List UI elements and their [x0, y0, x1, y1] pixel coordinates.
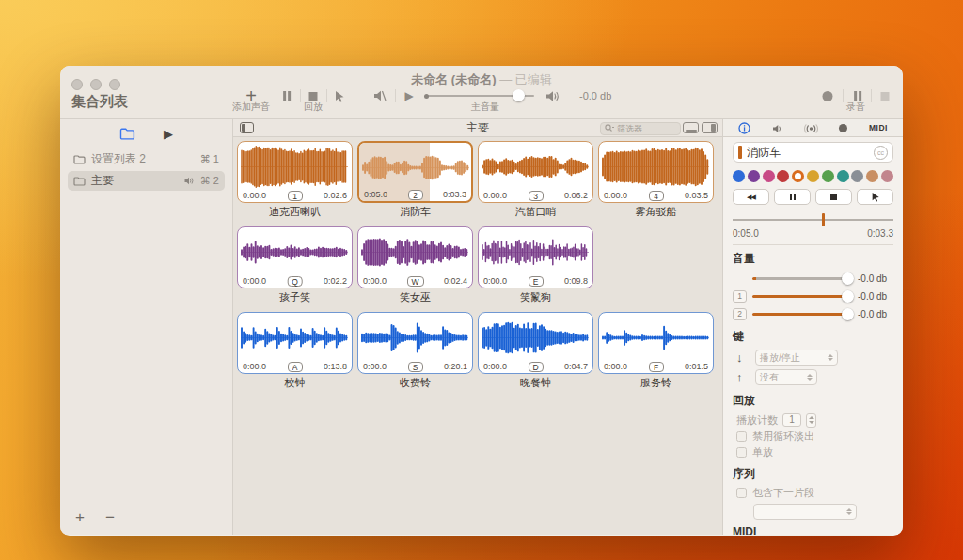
key-badge: 2: [408, 190, 423, 200]
color-dot[interactable]: [822, 170, 834, 182]
scrubber-track[interactable]: [733, 219, 893, 221]
toolbar-separator: [871, 89, 872, 102]
tab-midi-icon[interactable]: MIDI: [869, 123, 888, 132]
tile-label: 迪克西喇叭: [237, 205, 353, 219]
volume-slider-track[interactable]: [752, 295, 852, 298]
tile-start-time: 0:00.0: [604, 191, 627, 200]
sound-tile[interactable]: 0:00.00:02.2Q: [237, 226, 353, 288]
sound-tile[interactable]: 0:00.00:13.8A: [237, 312, 353, 374]
tile-start-time: 0:00.0: [363, 362, 387, 371]
sound-tile[interactable]: 0:00.00:01.5F: [598, 312, 714, 374]
scrubber[interactable]: [733, 213, 893, 226]
tile-label: 笑鬣狗: [478, 290, 593, 304]
color-dot[interactable]: [851, 170, 863, 182]
tile-duration: 0:20.1: [444, 362, 467, 371]
color-dot[interactable]: [792, 170, 804, 182]
pause-button[interactable]: [774, 189, 811, 205]
sidebar-list-item[interactable]: 主要⌘ 2: [68, 171, 225, 191]
stop-button[interactable]: [815, 189, 852, 205]
add-list-button[interactable]: +: [75, 508, 85, 527]
main-header: 主要: [233, 119, 722, 137]
tile-label: 汽笛口哨: [478, 205, 593, 219]
key-down-select[interactable]: 播放/停止: [755, 350, 838, 366]
sound-tile[interactable]: 0:00.00:03.54: [598, 141, 714, 203]
rewind-button[interactable]: ◀◀: [733, 189, 769, 205]
sound-cell: 0:00.00:02.2Q孩子笑: [237, 226, 353, 304]
sound-tile[interactable]: 0:00.00:02.4W: [357, 226, 473, 288]
play-icon[interactable]: ▶: [404, 88, 413, 103]
record-stop-icon[interactable]: [881, 88, 890, 103]
next-segment-select[interactable]: [753, 504, 857, 520]
mute-speaker-icon[interactable]: [373, 88, 387, 103]
waveform: [359, 315, 470, 361]
color-dot[interactable]: [807, 170, 819, 182]
sound-tile[interactable]: 0:00.00:02.61: [237, 141, 353, 203]
midi-section-title: MIDI: [733, 525, 893, 535]
sound-name-field[interactable]: 消防车 cc: [733, 142, 893, 163]
tile-start-time: 0:00.0: [483, 276, 507, 286]
playlist-play-icon[interactable]: ▶: [164, 127, 173, 141]
key-badge: 3: [529, 191, 544, 201]
pause-icon[interactable]: [282, 88, 292, 103]
tab-record-icon[interactable]: [839, 119, 847, 136]
sidebar-list-item[interactable]: 设置列表 2⌘ 1: [68, 149, 225, 169]
tab-audio-icon[interactable]: [772, 119, 782, 136]
key-badge: A: [288, 362, 303, 372]
loop-fade-checkbox[interactable]: [736, 431, 747, 442]
key-up-value: 没有: [760, 371, 807, 384]
volume-slider-knob[interactable]: [842, 308, 854, 320]
tile-row: 0:00.00:02.2Q孩子笑0:00.00:02.4W笑女巫0:00.00:…: [237, 226, 718, 304]
remove-list-button[interactable]: −: [105, 508, 115, 527]
volume-slider-row: 1-0.0 db: [733, 288, 893, 305]
color-dot[interactable]: [733, 170, 745, 182]
color-dot[interactable]: [748, 170, 760, 182]
sound-tile[interactable]: 0:00.00:20.1S: [357, 312, 473, 374]
sound-cell: 0:00.00:02.61迪克西喇叭: [237, 141, 353, 219]
color-dot[interactable]: [837, 170, 849, 182]
sound-tile[interactable]: 0:00.00:06.23: [478, 141, 593, 203]
cursor-play-icon[interactable]: [334, 88, 345, 103]
tile-label: 收费铃: [357, 376, 473, 390]
playhead-marker[interactable]: [822, 213, 825, 226]
sound-tile[interactable]: 0:00.00:09.8E: [478, 226, 593, 288]
bottom-panel-toggle-icon[interactable]: [683, 122, 699, 133]
master-db-value: -0.0 db: [579, 90, 611, 101]
sidebar: ▶ 设置列表 2⌘ 1主要⌘ 2 + −: [60, 119, 233, 535]
key-down-arrow-icon: ↓: [736, 350, 748, 365]
volume-slider-knob[interactable]: [842, 272, 854, 285]
filter-input[interactable]: [617, 124, 673, 133]
volume-slider-track[interactable]: [752, 313, 852, 316]
play-count-stepper[interactable]: [806, 413, 816, 428]
cursor-play-button[interactable]: [857, 189, 893, 205]
color-dot[interactable]: [881, 170, 893, 182]
tab-info-icon[interactable]: [738, 119, 750, 136]
record-icon[interactable]: [823, 88, 833, 103]
key-up-select[interactable]: 没有: [755, 369, 817, 385]
master-volume-slider[interactable]: [425, 95, 534, 97]
color-dot[interactable]: [777, 170, 789, 182]
tile-duration: 0:02.4: [444, 276, 467, 286]
color-dot[interactable]: [763, 170, 775, 182]
master-volume-knob[interactable]: [513, 89, 525, 101]
playback-label: 回放: [304, 101, 323, 114]
folder-icon: [73, 177, 86, 186]
waveform: [239, 144, 350, 190]
waveform: [600, 144, 711, 190]
volume-slider-knob[interactable]: [842, 290, 854, 303]
folder-icon: [73, 155, 86, 164]
tab-broadcast-icon[interactable]: [804, 119, 818, 136]
toolbar-separator: [843, 89, 844, 102]
next-segment-checkbox[interactable]: [736, 488, 747, 498]
volume-slider-track[interactable]: [752, 277, 852, 280]
cc-badge-icon[interactable]: cc: [874, 146, 888, 160]
folder-icon[interactable]: [119, 125, 135, 142]
sound-tile[interactable]: 0:00.00:04.7D: [478, 312, 593, 374]
tile-start-time: 0:05.0: [364, 190, 387, 199]
color-dot[interactable]: [866, 170, 878, 182]
sound-tile[interactable]: 0:05.00:03.32: [357, 141, 473, 203]
play-count-field[interactable]: 1: [782, 413, 801, 427]
filter-field[interactable]: [600, 122, 681, 135]
inspector-toggle-icon[interactable]: [702, 122, 718, 133]
channel-badge: 1: [733, 290, 747, 303]
solo-checkbox[interactable]: [736, 447, 747, 458]
